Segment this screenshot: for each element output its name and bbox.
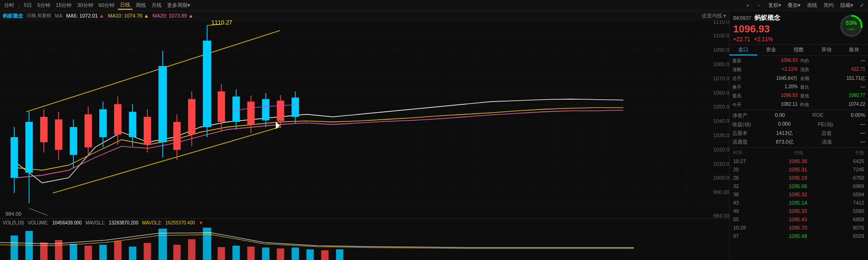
vol-volume-label: VOLUME: (28, 220, 48, 225)
tab-bankuai[interactable]: 板块 (840, 45, 868, 55)
chart-ma-label: MA (55, 13, 63, 18)
stat-zuidei: 最低 1080.77 (799, 92, 867, 100)
tb-30min[interactable]: 30分钟 (75, 1, 95, 9)
vol-ma1-label: MAVOL1: (85, 220, 105, 225)
stat-zuixin: 最新 1096.93 (731, 57, 799, 65)
vol-ma2-label: MAVOL2: (142, 220, 162, 225)
fund-shouyidong: 收益(动) 0.000 PE(动) — (731, 120, 866, 129)
stock-change: +22.71 (733, 36, 750, 42)
toolbar-right: ＋ － 复权▾ 叠加▾ 画线 简约 隐藏▾ ⤢ (743, 1, 866, 9)
svg-rect-78 (232, 97, 240, 122)
stats-grid: 最新 1096.93 均价 — 涨幅 +2.11% 涨跌 422.71 总手 1… (729, 56, 868, 110)
ob-row-8: 10:28 1095.70 8076 (729, 224, 868, 232)
svg-text:984.00: 984.00 (713, 213, 729, 218)
svg-rect-98 (0, 226, 729, 260)
ob-row-2: 26 1095.19 6750 (729, 174, 868, 182)
svg-rect-87 (277, 101, 284, 121)
order-book: 时间 价格 手数 10:27 1095.36 6425 20 1095.31 7… (729, 148, 868, 260)
tb-weekly[interactable]: 周线 (133, 1, 148, 9)
tab-pankou[interactable]: 盘口 (729, 45, 757, 55)
fund-zonggubeni: 总股本 1413亿 总值 — (731, 129, 866, 138)
tb-5day[interactable]: 5日 (22, 1, 34, 9)
tb-fuquan[interactable]: 复权▾ (766, 1, 784, 9)
tb-fullscreen[interactable]: ⤢ (857, 2, 866, 9)
svg-text:1060.00: 1060.00 (713, 90, 729, 96)
tb-60min[interactable]: 60分钟 (96, 1, 117, 9)
svg-rect-84 (262, 99, 270, 121)
tb-more[interactable]: 更多周期▾ (165, 1, 193, 9)
fundamentals: 净资产 0.00 ROE 0.00% 收益(动) 0.000 PE(动) — 总… (729, 110, 868, 148)
tb-overlay[interactable]: 叠加▾ (785, 1, 803, 9)
svg-text:1050.00: 1050.00 (713, 104, 729, 110)
chart-main[interactable]: 1110.00 1100.00 1090.00 1080.00 1070.00 … (0, 20, 729, 218)
ob-header: 时间 价格 手数 (729, 149, 868, 157)
tb-draw[interactable]: 画线 (805, 1, 820, 9)
tb-zoom-out[interactable]: － (754, 1, 764, 9)
chart-ma10-label: MA10: 1074.76 ▲ (108, 13, 149, 18)
svg-rect-115 (247, 247, 254, 260)
tab-yidong[interactable]: 异动 (813, 45, 840, 55)
svg-rect-48 (84, 115, 92, 148)
ob-row-7: 55 1095.43 6858 (729, 215, 868, 224)
tb-hide[interactable]: 隐藏▾ (838, 1, 856, 9)
svg-rect-51 (99, 109, 107, 138)
chart-title: 蚂蚁概念 (3, 12, 23, 19)
tb-zoom-in[interactable]: ＋ (743, 1, 753, 9)
svg-rect-104 (84, 246, 92, 260)
svg-rect-36 (25, 122, 33, 173)
svg-text:53%: 53% (846, 20, 857, 26)
stat-zhangjie: 涨跌 422.71 (799, 66, 867, 74)
vol-arrow: ▼ (199, 220, 203, 225)
svg-text:1070.00: 1070.00 (713, 76, 729, 81)
tb-monthly[interactable]: 月线 (149, 1, 164, 9)
tb-fenshit[interactable]: 分时 (2, 1, 17, 9)
tb-15min[interactable]: 15分钟 (54, 1, 74, 9)
svg-rect-90 (292, 97, 299, 117)
stat-junjiia: 均价 — (799, 57, 867, 65)
volume-area: VOL(5,10) VOLUME: 10456439.000 MAVOL1: 1… (0, 218, 729, 260)
vol-volume-val: 10456439.000 (52, 220, 82, 225)
svg-rect-75 (217, 91, 225, 122)
svg-text:984.00: 984.00 (5, 212, 21, 217)
svg-rect-120 (321, 250, 329, 260)
stock-name: 蚂蚁概念 (754, 14, 780, 21)
tab-zhishu[interactable]: 指数 (785, 45, 813, 55)
svg-rect-33 (11, 137, 18, 178)
chart-svg: 1110.00 1100.00 1090.00 1080.00 1070.00 … (0, 20, 729, 218)
ob-row-3: 32 1095.06 6969 (729, 182, 868, 190)
progress-svg: 53% +2K↑ (838, 13, 864, 39)
volume-svg (0, 226, 729, 260)
svg-rect-1 (0, 20, 729, 218)
svg-rect-45 (70, 127, 77, 155)
stock-change-pct: +2.11% (754, 36, 773, 42)
tb-simple[interactable]: 简约 (821, 1, 836, 9)
toolbar: 分时 | 5日 5分钟 15分钟 30分钟 60分钟 日线 周线 月线 更多周期… (0, 0, 868, 11)
svg-rect-57 (129, 112, 136, 137)
svg-text:1090.00: 1090.00 (713, 47, 729, 53)
svg-rect-121 (336, 249, 344, 260)
stat-jinkaii: 今开 1082.11 (731, 101, 799, 109)
svg-rect-66 (173, 122, 181, 150)
svg-text:+2K↑: +2K↑ (847, 27, 856, 31)
tabs: 盘口 资金 指数 异动 板块 (729, 45, 868, 56)
settings-btn[interactable]: 设置均线 ▾ (702, 12, 726, 19)
svg-rect-39 (40, 117, 48, 142)
svg-rect-116 (262, 248, 270, 260)
svg-rect-60 (144, 117, 151, 145)
stat-liangbi: 量比 — (799, 83, 867, 91)
fund-liutonggu: 流通股 873.0亿 流值 — (731, 138, 866, 146)
svg-rect-42 (55, 120, 62, 150)
svg-text:1000.00: 1000.00 (713, 175, 729, 181)
main: 蚂蚁概念 日线 前复权 MA MA5: 1072.01 ▲ MA10: 1074… (0, 11, 868, 260)
svg-rect-63 (158, 66, 167, 142)
tb-5min[interactable]: 5分钟 (35, 1, 53, 9)
stock-header: BK0937 蚂蚁概念 1096.93 +22.71 +2.11% 53% +2… (729, 11, 868, 45)
svg-text:1110.00: 1110.00 (713, 20, 729, 24)
chart-mode: 日线 前复权 (27, 12, 51, 19)
tab-zijin[interactable]: 资金 (757, 45, 785, 55)
chart-info-bar: 蚂蚁概念 日线 前复权 MA MA5: 1072.01 ▲ MA10: 1074… (0, 11, 729, 20)
chart-area: 蚂蚁概念 日线 前复权 MA MA5: 1072.01 ▲ MA10: 1074… (0, 11, 729, 260)
tb-daily[interactable]: 日线 (118, 1, 133, 10)
svg-text:990.00: 990.00 (713, 189, 729, 195)
svg-text:1030.00: 1030.00 (713, 133, 729, 138)
